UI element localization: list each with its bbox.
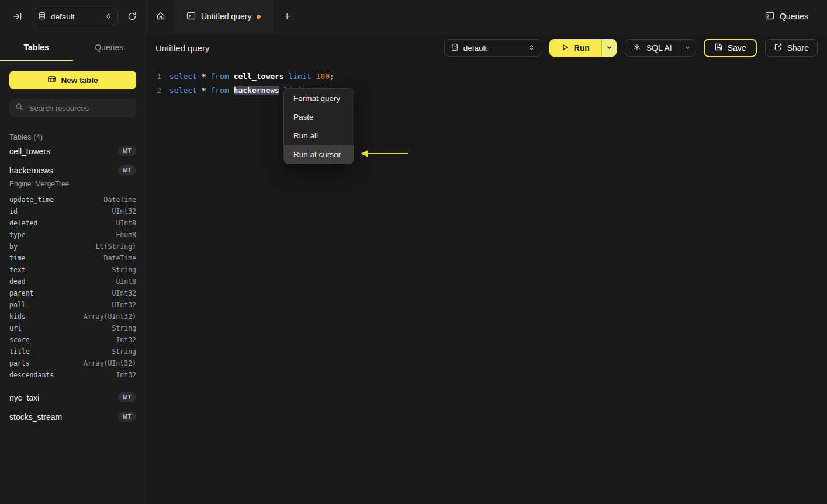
tab-label: Untitled query bbox=[201, 12, 251, 21]
sql-ai-icon bbox=[633, 43, 641, 53]
code-line-1: 1 select * from cell_towers limit 100; bbox=[146, 69, 827, 84]
column-type: UInt32 bbox=[112, 207, 136, 215]
save-button[interactable]: Save bbox=[704, 39, 757, 57]
engine-line: Engine: MergeTree bbox=[9, 180, 136, 188]
play-icon bbox=[561, 43, 569, 53]
table-row-nyc-taxi[interactable]: nyc_taxi MT bbox=[9, 388, 136, 407]
column-name: update_time bbox=[9, 196, 54, 204]
code-content: select * from cell_towers limit 100; bbox=[169, 69, 334, 84]
menu-item-run-at-cursor[interactable]: Run at cursor bbox=[284, 145, 354, 164]
column-row[interactable]: idUInt32 bbox=[9, 206, 136, 217]
tables-section-title: Tables (4) bbox=[9, 133, 136, 141]
column-name: dead bbox=[9, 277, 26, 286]
home-tab[interactable] bbox=[146, 0, 174, 33]
column-row[interactable]: titleString bbox=[9, 346, 136, 357]
new-tab-button[interactable]: + bbox=[273, 0, 301, 33]
table-row-stocks-stream[interactable]: stocks_stream MT bbox=[9, 407, 136, 426]
column-row[interactable]: partsArray(UInt32) bbox=[9, 357, 136, 369]
run-options-button[interactable] bbox=[601, 39, 617, 57]
save-button-label: Save bbox=[728, 43, 746, 53]
column-type: UInt8 bbox=[116, 219, 136, 227]
share-button-label: Share bbox=[787, 43, 809, 53]
column-row[interactable]: pollUInt32 bbox=[9, 299, 136, 311]
column-name: type bbox=[9, 231, 26, 239]
menu-item-format-query[interactable]: Format query bbox=[284, 89, 354, 107]
column-row[interactable]: parentUInt32 bbox=[9, 287, 136, 299]
column-row[interactable]: textString bbox=[9, 264, 136, 276]
sidebar-toggle-icon[interactable] bbox=[11, 9, 25, 23]
sql-editor[interactable]: 1 select * from cell_towers limit 100; 2… bbox=[146, 62, 827, 504]
table-name: cell_towers bbox=[9, 147, 50, 156]
column-row[interactable]: deletedUInt8 bbox=[9, 217, 136, 229]
search-box bbox=[9, 99, 136, 117]
code-line-2: 2 select * from hackernews limit 1000 bbox=[146, 84, 827, 98]
topbar-left: default bbox=[0, 0, 146, 33]
column-name: time bbox=[9, 254, 26, 262]
chevron-up-down-icon bbox=[528, 44, 535, 53]
column-name: text bbox=[9, 266, 26, 274]
engine-badge: MT bbox=[118, 165, 136, 175]
sql-ai-options-button[interactable] bbox=[680, 40, 695, 56]
column-row[interactable]: byLC(String) bbox=[9, 241, 136, 252]
refresh-icon[interactable] bbox=[125, 9, 139, 23]
column-type: UInt8 bbox=[116, 277, 136, 286]
topbar: default Untitled query bbox=[0, 0, 827, 33]
column-type: Array(UInt32) bbox=[84, 359, 136, 367]
menu-item-run-all[interactable]: Run all bbox=[284, 126, 354, 145]
column-name: id bbox=[9, 207, 18, 215]
search-input[interactable] bbox=[28, 103, 130, 113]
column-name: by bbox=[9, 242, 18, 251]
engine-badge: MT bbox=[118, 392, 136, 402]
column-type: DateTime bbox=[104, 196, 136, 204]
column-row[interactable]: typeEnum8 bbox=[9, 229, 136, 241]
body: Tables Queries New table Tables (4) bbox=[0, 33, 827, 504]
column-name: parent bbox=[9, 289, 34, 297]
new-table-button[interactable]: New table bbox=[9, 71, 136, 89]
column-row[interactable]: kidsArray(UInt32) bbox=[9, 311, 136, 322]
queries-button[interactable]: Queries bbox=[762, 11, 812, 23]
code-token: ; bbox=[330, 72, 334, 81]
sidebar: Tables Queries New table Tables (4) bbox=[0, 33, 146, 504]
column-type: UInt32 bbox=[112, 289, 136, 297]
menu-item-paste[interactable]: Paste bbox=[284, 107, 354, 126]
sidebar-tab-queries[interactable]: Queries bbox=[73, 33, 146, 61]
column-name: url bbox=[9, 324, 22, 332]
code-token: * bbox=[202, 86, 211, 95]
sidebar-tab-tables[interactable]: Tables bbox=[0, 33, 73, 61]
column-name: parts bbox=[9, 359, 30, 367]
query-database-selector[interactable]: default bbox=[444, 39, 541, 57]
column-row[interactable]: update_timeDateTime bbox=[9, 194, 136, 206]
sql-ai-button-label: SQL AI bbox=[646, 43, 672, 53]
query-header: Untitled query default Run bbox=[146, 33, 827, 62]
column-row[interactable]: scoreInt32 bbox=[9, 334, 136, 346]
code-token-selected: hackernews bbox=[234, 86, 279, 95]
code-token: 100 bbox=[316, 72, 329, 81]
column-type: Array(UInt32) bbox=[84, 312, 136, 321]
column-row[interactable]: urlString bbox=[9, 322, 136, 334]
run-button[interactable]: Run bbox=[549, 39, 601, 57]
sql-ai-split-button: SQL AI bbox=[625, 39, 695, 57]
column-row[interactable]: timeDateTime bbox=[9, 252, 136, 264]
table-icon bbox=[47, 75, 56, 85]
table-row-cell-towers[interactable]: cell_towers MT bbox=[9, 141, 136, 161]
engine-badge: MT bbox=[118, 146, 136, 156]
table-name: nyc_taxi bbox=[9, 393, 39, 402]
share-button[interactable]: Share bbox=[765, 39, 818, 57]
code-token: from bbox=[210, 72, 233, 81]
column-row[interactable]: descendantsInt32 bbox=[9, 369, 136, 381]
sql-ai-button[interactable]: SQL AI bbox=[625, 40, 680, 56]
app-root: default Untitled query bbox=[0, 0, 827, 504]
query-title: Untitled query bbox=[155, 43, 210, 53]
column-name: descendants bbox=[9, 371, 54, 379]
editor-context-menu: Format query Paste Run all Run at cursor bbox=[283, 88, 354, 164]
table-row-hackernews[interactable]: hackernews MT bbox=[9, 161, 136, 180]
main-panel: Untitled query default Run bbox=[146, 33, 827, 504]
code-token: select bbox=[169, 86, 202, 95]
engine-badge: MT bbox=[118, 412, 136, 422]
queries-button-label: Queries bbox=[780, 12, 808, 21]
queries-icon bbox=[765, 11, 774, 22]
tab-untitled-query[interactable]: Untitled query bbox=[174, 0, 273, 33]
database-selector[interactable]: default bbox=[32, 8, 118, 25]
sidebar-content: New table Tables (4) cell_towers MT hack… bbox=[0, 61, 146, 436]
column-row[interactable]: deadUInt8 bbox=[9, 276, 136, 287]
